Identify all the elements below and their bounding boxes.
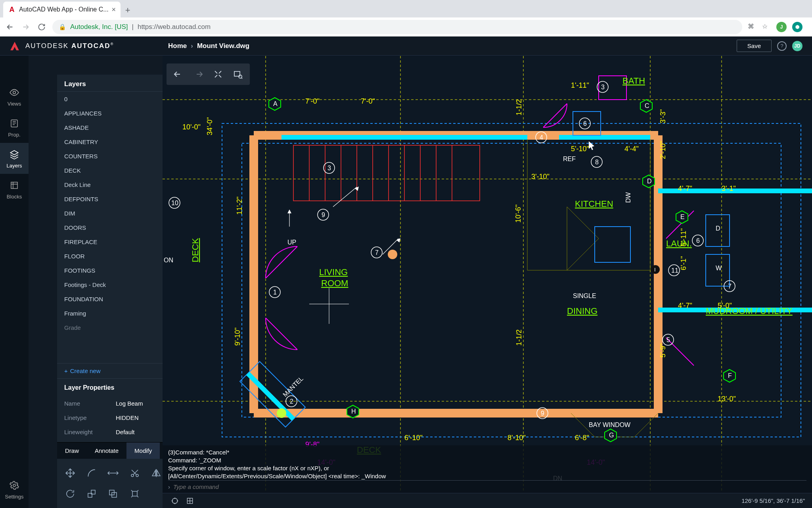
brand: AUTODESK AUTOCAD® [10, 40, 168, 52]
url-field[interactable]: 🔒 Autodesk, Inc. [US] | https://web.auto… [52, 20, 742, 34]
svg-text:1: 1 [273, 289, 277, 296]
layer-name: Grade [64, 324, 81, 331]
canvas-toolbar [167, 64, 250, 85]
grid-snap-icon[interactable] [185, 496, 195, 506]
key-icon[interactable]: ⌘ [748, 23, 756, 31]
scale-tool-icon[interactable] [82, 485, 101, 502]
svg-text:6'-8": 6'-8" [575, 434, 589, 442]
layer-name: FLOOR [64, 253, 85, 260]
svg-text:7'-0": 7'-0" [305, 97, 320, 105]
svg-text:BAY WINDOW: BAY WINDOW [589, 421, 631, 428]
svg-text:5: 5 [666, 337, 670, 343]
target-icon[interactable] [170, 496, 180, 506]
new-tab-button[interactable]: + [121, 3, 135, 17]
layer-name: Framing [64, 310, 86, 317]
redo-icon[interactable] [190, 65, 207, 83]
zoom-window-icon[interactable] [229, 65, 247, 83]
svg-text:LIVING: LIVING [319, 267, 348, 277]
drawing-canvas[interactable]: LIVING ROOM LIVING ROOM DINING KITCHEN B… [163, 56, 812, 493]
svg-text:1'-11": 1'-11" [571, 81, 589, 89]
reload-icon[interactable] [36, 22, 47, 32]
chevron-right-icon: › [168, 483, 170, 490]
save-button[interactable]: Save [737, 40, 772, 52]
svg-text:10: 10 [171, 200, 178, 206]
svg-text:4'-7": 4'-7" [678, 302, 692, 310]
layer-name: APPLIANCES [64, 110, 102, 117]
rail-item-blocks[interactable]: Blocks [0, 174, 29, 205]
nav-rail: Views Prop. Layers Blocks Settings [0, 56, 29, 508]
address-bar: 🔒 Autodesk, Inc. [US] | https://web.auto… [0, 17, 812, 36]
svg-text:2'-10": 2'-10" [659, 141, 667, 159]
svg-text:10'-0": 10'-0" [182, 123, 201, 131]
tab-title: AutoCAD Web App - Online C... [19, 6, 109, 13]
breadcrumb-file[interactable]: Mount View.dwg [197, 42, 249, 50]
svg-text:3'-3": 3'-3" [659, 109, 667, 123]
tab-draw[interactable]: Draw [57, 443, 87, 459]
explode-tool-icon[interactable] [126, 485, 144, 502]
url-text: https://web.autocad.com [138, 23, 211, 31]
svg-text:H: H [351, 408, 356, 415]
svg-rect-25 [222, 123, 801, 437]
layer-name: DOORS [64, 224, 86, 231]
tab-close-icon[interactable]: × [112, 6, 116, 14]
layer-name: ASHADE [64, 124, 89, 131]
svg-text:13'-0": 13'-0" [718, 395, 736, 403]
blocks-icon [8, 179, 20, 191]
move-tool-icon[interactable] [61, 464, 79, 482]
lock-icon: 🔒 [59, 23, 66, 31]
breadcrumb-home[interactable]: Home [168, 42, 187, 50]
svg-point-153 [172, 498, 177, 503]
svg-text:8: 8 [595, 159, 599, 165]
svg-text:A: A [273, 100, 278, 107]
svg-text:DECK: DECK [190, 238, 200, 262]
tab-modify[interactable]: Modify [126, 443, 160, 459]
views-icon [8, 87, 20, 98]
rail-item-layers[interactable]: Layers [0, 143, 29, 174]
svg-rect-14 [132, 491, 137, 496]
layer-name: Footings - Deck [64, 281, 106, 288]
help-icon[interactable]: ? [777, 41, 787, 51]
svg-text:2: 2 [290, 398, 293, 405]
svg-text:ROOM: ROOM [321, 278, 348, 288]
svg-text:1-1/2: 1-1/2 [515, 99, 523, 115]
trim-tool-icon[interactable] [126, 464, 144, 482]
svg-text:6'-10": 6'-10" [404, 434, 423, 442]
extension-icon[interactable]: ⬢ [792, 22, 802, 32]
rail-item-views[interactable]: Views [0, 81, 29, 112]
browser-chrome: A AutoCAD Web App - Online C... × + 🔒 Au… [0, 0, 812, 37]
browser-tab[interactable]: A AutoCAD Web App - Online C... × [3, 2, 121, 17]
command-input[interactable] [173, 483, 806, 490]
layers-icon [8, 148, 20, 160]
svg-text:BATH: BATH [622, 76, 645, 86]
svg-text:7'-0": 7'-0" [361, 97, 375, 105]
command-input-row[interactable]: › [168, 480, 806, 493]
breadcrumb: Home › Mount View.dwg [168, 42, 249, 50]
autocad-logo-icon [10, 40, 21, 52]
tab-strip: A AutoCAD Web App - Online C... × + [0, 0, 812, 17]
svg-text:5'-9": 5'-9" [659, 343, 667, 358]
arc-tool-icon[interactable] [82, 464, 101, 482]
svg-text:6: 6 [696, 237, 700, 244]
svg-text:DINING: DINING [567, 306, 598, 316]
profile-avatar[interactable]: J [776, 22, 787, 32]
url-host-label: Autodesk, Inc. [US] [70, 23, 128, 31]
back-icon[interactable] [5, 22, 15, 32]
svg-text:LAUN.: LAUN. [666, 239, 692, 248]
tab-annotate[interactable]: Annotate [87, 443, 126, 459]
offset-tool-icon[interactable] [104, 485, 122, 502]
dimension-tool-icon[interactable] [104, 464, 122, 482]
user-avatar[interactable]: JD [792, 41, 802, 51]
coordinates-readout: 126'-9 5/16", 36'-7 1/16" [741, 497, 805, 504]
undo-icon[interactable] [170, 65, 187, 83]
svg-text:3: 3 [327, 165, 331, 171]
rotate-tool-icon[interactable] [61, 485, 79, 502]
star-icon[interactable]: ☆ [762, 23, 771, 31]
properties-icon [8, 117, 20, 129]
forward-icon[interactable] [21, 22, 31, 32]
rail-item-properties[interactable]: Prop. [0, 112, 29, 143]
svg-text:3'-1": 3'-1" [722, 185, 736, 192]
svg-rect-2 [11, 182, 17, 189]
rail-item-settings[interactable]: Settings [0, 474, 29, 505]
svg-text:1-1/2: 1-1/2 [515, 329, 523, 346]
zoom-extents-icon[interactable] [209, 65, 227, 83]
